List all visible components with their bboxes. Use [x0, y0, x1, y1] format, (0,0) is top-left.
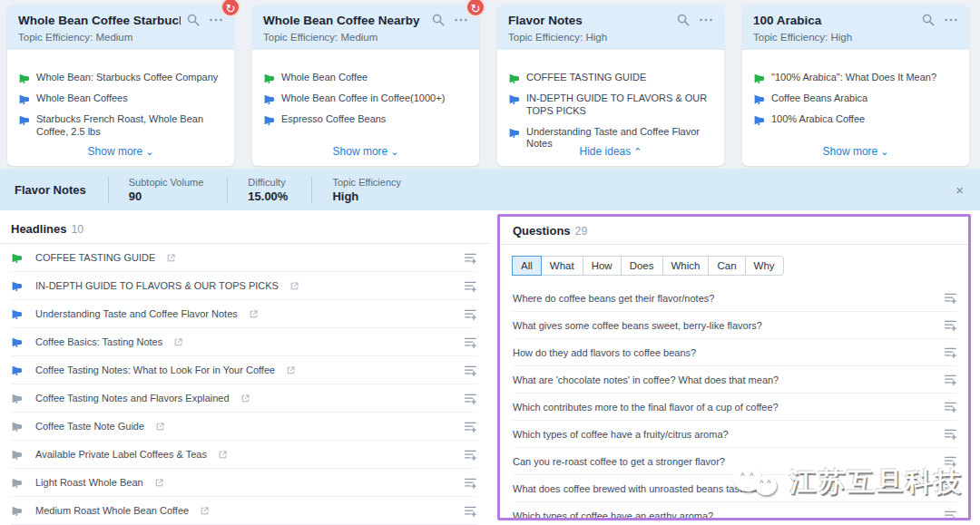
headline-row[interactable]: IN-DEPTH GUIDE TO FLAVORS & OUR TOPS PIC…: [11, 272, 477, 300]
add-to-list-icon[interactable]: [464, 420, 477, 433]
megaphone-icon: [753, 114, 765, 126]
show-more-label: Show more: [88, 145, 143, 158]
add-to-list-icon[interactable]: [464, 392, 477, 405]
headline-row[interactable]: Available Private Label Coffees & Teas: [11, 441, 477, 469]
question-row[interactable]: Where do coffee beans get their flavor/n…: [513, 285, 957, 312]
search-icon[interactable]: [676, 13, 691, 27]
question-row[interactable]: Which types of coffee have a fruity/citr…: [513, 421, 957, 448]
question-text: What are 'chocolate notes' in coffee? Wh…: [513, 374, 779, 385]
show-more-link[interactable]: Show more⌄: [742, 145, 969, 158]
external-link-icon[interactable]: [166, 253, 176, 263]
show-more-link[interactable]: Hide ideas⌃: [497, 145, 724, 158]
headline-text: Understanding Taste and Coffee Flavor No…: [35, 308, 238, 319]
headline-row[interactable]: Coffee Tasting Notes and Flavors Explain…: [11, 384, 477, 413]
questions-title: Questions: [513, 224, 571, 238]
megaphone-icon: [508, 73, 520, 84]
add-to-list-icon[interactable]: [944, 427, 957, 441]
search-icon[interactable]: [186, 13, 201, 27]
more-options-icon[interactable]: [454, 13, 468, 27]
idea-item[interactable]: Whole Bean Coffees: [18, 92, 223, 105]
add-to-list-icon[interactable]: [464, 251, 477, 265]
filter-chip[interactable]: Which: [662, 256, 710, 276]
topic-card-header: Whole Bean Coffee Nearby Topic Efficienc…: [252, 5, 479, 50]
question-row[interactable]: Can you re-roast coffee to get a stronge…: [513, 448, 957, 475]
detail-content: Headlines 10 COFFEE TASTING GUIDE IN-DEP…: [0, 210, 980, 525]
filter-chip[interactable]: Does: [621, 256, 663, 276]
idea-item[interactable]: Whole Bean Coffee: [263, 72, 468, 84]
show-more-link[interactable]: Show more⌄: [252, 145, 479, 158]
add-to-list-icon[interactable]: [944, 291, 957, 305]
more-options-icon[interactable]: [209, 13, 223, 27]
external-link-icon[interactable]: [154, 478, 164, 488]
question-row[interactable]: What does coffee brewed with unroasted b…: [513, 475, 957, 502]
add-to-list-icon[interactable]: [944, 400, 957, 413]
external-link-icon[interactable]: [249, 309, 259, 319]
megaphone-icon: [11, 280, 23, 292]
metric-value: 90: [129, 190, 204, 203]
question-row[interactable]: Which types of coffee have an earthy aro…: [513, 502, 957, 520]
filter-chip[interactable]: Why: [745, 256, 784, 276]
filter-chip[interactable]: What: [541, 256, 583, 276]
headline-row[interactable]: Coffee Taste Note Guide: [11, 413, 477, 441]
headline-row[interactable]: Light Roast Whole Bean: [11, 469, 477, 497]
filter-chip[interactable]: How: [583, 256, 622, 276]
add-to-list-icon[interactable]: [464, 364, 477, 377]
headline-row[interactable]: COFFEE TASTING GUIDE: [11, 244, 477, 272]
idea-item[interactable]: Whole Bean Coffee in Coffee(1000+): [263, 92, 468, 105]
idea-item[interactable]: Starbucks French Roast, Whole Bean Coffe…: [18, 113, 223, 139]
questions-panel: Questions 29 AllWhatHowDoesWhichCanWhy W…: [497, 214, 971, 520]
add-to-list-icon[interactable]: [464, 279, 477, 293]
topic-card-title: 100 Arabica: [753, 14, 916, 27]
search-icon[interactable]: [921, 13, 936, 27]
add-to-list-icon[interactable]: [464, 448, 477, 462]
megaphone-icon: [11, 421, 23, 433]
add-to-list-icon[interactable]: [944, 345, 957, 359]
chevron-icon: ⌄: [880, 146, 888, 158]
external-link-icon[interactable]: [200, 506, 210, 516]
refresh-badge-icon[interactable]: ↻: [466, 0, 485, 17]
add-to-list-icon[interactable]: [944, 318, 957, 332]
external-link-icon[interactable]: [240, 394, 250, 403]
headline-row[interactable]: Coffee Tasting Notes: What to Look For i…: [11, 356, 477, 384]
search-icon[interactable]: [431, 13, 446, 27]
headline-row[interactable]: Understanding Taste and Coffee Flavor No…: [11, 300, 477, 328]
refresh-badge-icon[interactable]: ↻: [220, 0, 240, 17]
more-options-icon[interactable]: [699, 13, 713, 27]
question-row[interactable]: What are 'chocolate notes' in coffee? Wh…: [513, 366, 957, 394]
headline-row[interactable]: Coffee Basics: Tasting Notes: [11, 328, 477, 356]
idea-item[interactable]: COFFEE TASTING GUIDE: [508, 72, 713, 84]
add-to-list-icon[interactable]: [464, 335, 477, 349]
idea-item[interactable]: Espresso Coffee Beans: [263, 113, 468, 126]
filter-chip[interactable]: Can: [708, 256, 745, 276]
add-to-list-icon[interactable]: [944, 509, 957, 520]
add-to-list-icon[interactable]: [944, 373, 957, 386]
idea-text: COFFEE TASTING GUIDE: [526, 72, 646, 84]
external-link-icon[interactable]: [218, 450, 228, 460]
idea-item[interactable]: "100% Arabica": What Does It Mean?: [753, 72, 958, 84]
idea-item[interactable]: Coffee Beans Arabica: [753, 92, 958, 105]
show-more-link[interactable]: Show more⌄: [7, 145, 234, 158]
question-row[interactable]: What gives some coffee beans sweet, berr…: [513, 312, 957, 339]
filter-chip[interactable]: All: [512, 256, 542, 276]
external-link-icon[interactable]: [173, 337, 183, 347]
close-icon[interactable]: ×: [956, 183, 964, 197]
add-to-list-icon[interactable]: [464, 504, 477, 518]
add-to-list-icon[interactable]: [944, 481, 957, 495]
metric-value: High: [332, 190, 401, 203]
add-to-list-icon[interactable]: [464, 476, 477, 490]
external-link-icon[interactable]: [286, 365, 296, 375]
question-row[interactable]: How do they add flavors to coffee beans?: [513, 339, 957, 366]
question-row[interactable]: Which contributes more to the final flav…: [513, 394, 957, 421]
external-link-icon[interactable]: [155, 422, 165, 432]
topic-card: ↻ 100 Arabica Topic Efficiency: High: [742, 5, 969, 166]
headline-text: Medium Roast Whole Bean Coffee: [35, 505, 189, 516]
idea-item[interactable]: Whole Bean: Starbucks Coffee Company: [18, 72, 223, 84]
headline-row[interactable]: Medium Roast Whole Bean Coffee: [11, 497, 477, 525]
add-to-list-icon[interactable]: [464, 307, 477, 321]
idea-item[interactable]: 100% Arabica Coffee: [753, 113, 958, 126]
idea-item[interactable]: IN-DEPTH GUIDE TO FLAVORS & OUR TOPS PIC…: [508, 92, 713, 118]
more-options-icon[interactable]: [944, 13, 958, 27]
idea-text: 100% Arabica Coffee: [771, 113, 865, 126]
external-link-icon[interactable]: [289, 281, 299, 291]
add-to-list-icon[interactable]: [944, 454, 957, 468]
